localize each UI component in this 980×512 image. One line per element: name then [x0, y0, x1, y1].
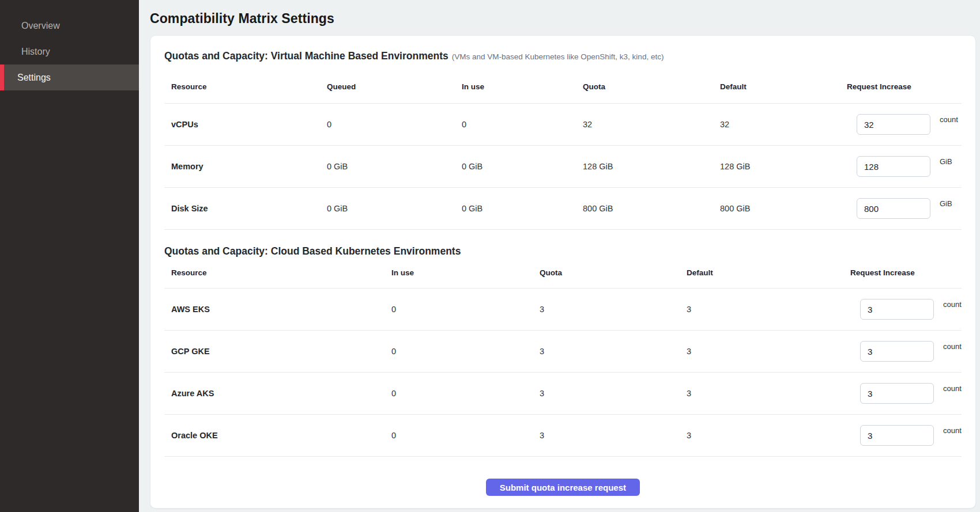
request-increase-cell: GiB: [847, 198, 962, 219]
section-title-text: Quotas and Capacity: Virtual Machine Bas…: [164, 50, 448, 62]
submit-area: Submit quota increase request: [164, 457, 962, 496]
cell-default: 3: [687, 389, 850, 398]
column-header-queued: Queued: [327, 82, 462, 91]
quota-increase-input[interactable]: [860, 425, 934, 446]
unit-label: count: [940, 115, 958, 124]
cell-in-use: 0: [462, 120, 583, 129]
request-increase-cell: count: [847, 114, 962, 135]
table-header-row: ResourceQueuedIn useQuotaDefaultRequest …: [164, 70, 962, 104]
cell-in-use: 0: [391, 305, 540, 314]
cell-default: 128 GiB: [720, 162, 847, 171]
sidebar-item-overview[interactable]: Overview: [0, 13, 139, 39]
cell-quota: 3: [540, 389, 687, 398]
submit-quota-increase-button[interactable]: Submit quota increase request: [486, 479, 640, 496]
cell-queued: 0: [327, 120, 462, 129]
column-header-in-use: In use: [462, 82, 583, 91]
request-increase-cell: GiB: [847, 156, 962, 177]
section-cloud-kubernetes: Quotas and Capacity: Cloud Based Kuberne…: [164, 245, 962, 457]
quota-increase-input[interactable]: [857, 198, 930, 219]
column-header-in-use: In use: [391, 268, 540, 277]
column-header-request-increase: Request Increase: [847, 82, 962, 91]
table-row: GCP GKE033count: [164, 331, 962, 373]
column-header-default: Default: [720, 82, 847, 91]
cell-quota: 800 GiB: [583, 204, 720, 213]
table-row: Azure AKS033count: [164, 373, 962, 415]
table-body: vCPUs003232countMemory0 GiB0 GiB128 GiB1…: [164, 104, 962, 230]
unit-label: count: [943, 384, 962, 393]
vm-quota-table: ResourceQueuedIn useQuotaDefaultRequest …: [164, 70, 962, 230]
resource-name: Oracle OKE: [171, 431, 391, 440]
section-title: Quotas and Capacity: Virtual Machine Bas…: [164, 50, 962, 63]
section-title-note: (VMs and VM-based Kubernetes like OpenSh…: [452, 52, 664, 61]
cell-queued: 0 GiB: [327, 204, 462, 213]
cell-quota: 32: [583, 120, 720, 129]
cell-queued: 0 GiB: [327, 162, 462, 171]
cell-quota: 3: [540, 431, 687, 440]
unit-label: count: [943, 300, 962, 309]
column-header-default: Default: [687, 268, 850, 277]
page-title: Compatibility Matrix Settings: [150, 10, 976, 26]
table-body: AWS EKS033countGCP GKE033countAzure AKS0…: [164, 289, 962, 457]
cell-in-use: 0: [391, 431, 540, 440]
section-title-text: Quotas and Capacity: Cloud Based Kuberne…: [164, 245, 461, 257]
resource-name: Disk Size: [171, 204, 327, 213]
quotas-card: Quotas and Capacity: Virtual Machine Bas…: [150, 35, 976, 509]
cell-quota: 3: [540, 305, 687, 314]
resource-name: GCP GKE: [171, 347, 391, 356]
main-content: Compatibility Matrix Settings Quotas and…: [139, 0, 980, 512]
sidebar: Overview History Settings: [0, 0, 139, 512]
cell-quota: 128 GiB: [583, 162, 720, 171]
table-row: AWS EKS033count: [164, 289, 962, 331]
quota-increase-input[interactable]: [857, 156, 930, 177]
sidebar-item-history[interactable]: History: [0, 39, 139, 65]
request-increase-cell: count: [850, 425, 962, 446]
table-row: vCPUs003232count: [164, 104, 962, 146]
cell-quota: 3: [540, 347, 687, 356]
unit-label: count: [943, 426, 962, 435]
table-row: Memory0 GiB0 GiB128 GiB128 GiBGiB: [164, 146, 962, 188]
column-header-request-increase: Request Increase: [850, 268, 962, 277]
cell-in-use: 0: [391, 347, 540, 356]
column-header-resource: Resource: [171, 82, 327, 91]
table-row: Oracle OKE033count: [164, 415, 962, 457]
quota-increase-input[interactable]: [860, 383, 934, 404]
quota-increase-input[interactable]: [860, 299, 934, 320]
table-header-row: ResourceIn useQuotaDefaultRequest Increa…: [164, 257, 962, 289]
cell-in-use: 0 GiB: [462, 162, 583, 171]
unit-label: GiB: [940, 157, 952, 166]
cell-in-use: 0: [391, 389, 540, 398]
table-row: Disk Size0 GiB0 GiB800 GiB800 GiBGiB: [164, 188, 962, 230]
column-header-quota: Quota: [540, 268, 687, 277]
request-increase-cell: count: [850, 383, 962, 404]
cell-default: 3: [687, 347, 850, 356]
resource-name: AWS EKS: [171, 305, 391, 314]
quota-increase-input[interactable]: [857, 114, 930, 135]
section-title: Quotas and Capacity: Cloud Based Kuberne…: [164, 245, 962, 257]
cloud-quota-table: ResourceIn useQuotaDefaultRequest Increa…: [164, 257, 962, 457]
cell-default: 32: [720, 120, 847, 129]
sidebar-item-settings[interactable]: Settings: [0, 65, 139, 90]
column-header-quota: Quota: [583, 82, 720, 91]
unit-label: count: [943, 342, 962, 351]
request-increase-cell: count: [850, 299, 962, 320]
quota-increase-input[interactable]: [860, 341, 934, 362]
cell-in-use: 0 GiB: [462, 204, 583, 213]
resource-name: Memory: [171, 162, 327, 171]
cell-default: 800 GiB: [720, 204, 847, 213]
resource-name: vCPUs: [171, 120, 327, 129]
section-vm-environments: Quotas and Capacity: Virtual Machine Bas…: [164, 50, 962, 230]
unit-label: GiB: [940, 199, 952, 208]
cell-default: 3: [687, 305, 850, 314]
resource-name: Azure AKS: [171, 389, 391, 398]
cell-default: 3: [687, 431, 850, 440]
column-header-resource: Resource: [171, 268, 391, 277]
request-increase-cell: count: [850, 341, 962, 362]
